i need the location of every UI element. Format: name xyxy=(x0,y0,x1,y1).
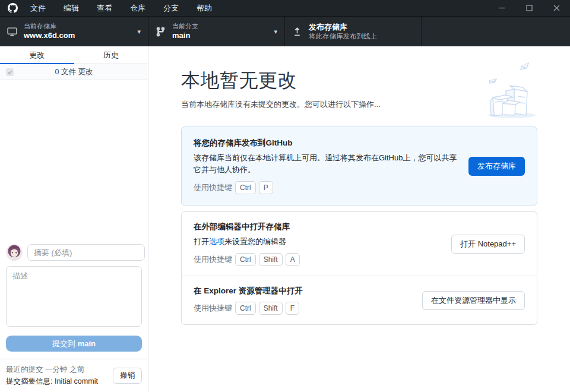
page-title: 本地暂无更改 xyxy=(181,68,537,94)
page-subtitle: 当前本地存储库没有未提交的更改。您可以进行以下操作... xyxy=(181,99,537,110)
menu-file[interactable]: 文件 xyxy=(21,0,55,16)
github-desktop-window: 文件 编辑 查看 仓库 分支 帮助 当前存储库 w xyxy=(0,0,570,392)
kbd-f: F xyxy=(286,302,299,315)
open-explorer-shortcut: 使用快捷键 Ctrl Shift F xyxy=(194,302,411,315)
open-editor-title: 在外部编辑器中打开存储库 xyxy=(194,222,441,232)
changed-files-count: 0 文件 更改 xyxy=(55,67,93,77)
publish-repository-subtitle: 将此存储库发布到线上 xyxy=(309,32,377,40)
undo-commit-button[interactable]: 撤销 xyxy=(113,368,142,384)
kbd-shift: Shift xyxy=(259,302,283,315)
chevron-down-icon: ▾ xyxy=(268,28,277,36)
commit-summary-input[interactable] xyxy=(27,244,145,261)
minimize-icon[interactable] xyxy=(488,0,515,16)
publish-shortcut: 使用快捷键 Ctrl P xyxy=(194,181,458,194)
kbd-ctrl: Ctrl xyxy=(235,181,256,194)
recent-commit-banner: 最近的提交 一分钟 之前 提交摘要信息: Initial commit 撤销 xyxy=(0,359,148,392)
open-notepad-button[interactable]: 打开 Notepad++ xyxy=(451,235,525,254)
kbd-ctrl: Ctrl xyxy=(235,302,256,315)
current-repository-label: 当前存储库 xyxy=(24,23,75,31)
changes-list-empty xyxy=(0,80,148,239)
recent-commit-message: 提交摘要信息: Initial commit xyxy=(6,376,98,387)
publish-card-body: 该存储库当前仅在本地计算机上可用。通过将其发布在GitHub上，您可以共享它并与… xyxy=(194,152,458,176)
show-in-explorer-button[interactable]: 在文件资源管理器中显示 xyxy=(422,291,525,310)
kbd-a: A xyxy=(286,253,300,266)
tab-history[interactable]: 历史 xyxy=(74,46,148,64)
commit-form: 提交到 main xyxy=(0,239,148,359)
kbd-shift: Shift xyxy=(259,253,283,266)
boxes-illustration xyxy=(484,61,539,120)
publish-card: 将您的存储库发布到GitHub 该存储库当前仅在本地计算机上可用。通过将其发布在… xyxy=(181,127,537,206)
commit-description-input[interactable] xyxy=(6,266,142,327)
upload-icon xyxy=(292,27,302,37)
menu-bar: 文件 编辑 查看 仓库 分支 帮助 xyxy=(21,0,221,16)
publish-repository-toolbar-button[interactable]: 发布存储库 将此存储库发布到线上 xyxy=(285,17,422,46)
current-branch-label: 当前分支 xyxy=(172,23,198,31)
publish-repository-button[interactable]: 发布存储库 xyxy=(468,157,525,176)
current-repository-value: www.x6d.com xyxy=(24,31,75,40)
menu-view[interactable]: 查看 xyxy=(88,0,121,16)
toolbar-empty-area xyxy=(422,17,570,46)
monitor-icon xyxy=(7,27,17,37)
tab-changes[interactable]: 更改 xyxy=(0,46,74,64)
no-changes-view: 本地暂无更改 当前本地存储库没有未提交的更改。您可以进行以下操作... 将您的存… xyxy=(148,46,570,392)
open-explorer-title: 在 Explorer 资源管理器中打开 xyxy=(194,286,411,296)
sidebar-tabs: 更改 历史 xyxy=(0,46,148,64)
menu-branch[interactable]: 分支 xyxy=(154,0,188,16)
close-icon[interactable] xyxy=(543,0,570,16)
recent-commit-time: 最近的提交 一分钟 之前 xyxy=(6,364,98,375)
github-logo-icon xyxy=(4,3,21,13)
avatar xyxy=(6,244,23,261)
titlebar: 文件 编辑 查看 仓库 分支 帮助 xyxy=(0,0,570,17)
kbd-ctrl: Ctrl xyxy=(235,253,256,266)
options-link[interactable]: 选项 xyxy=(209,237,224,246)
open-actions-card: 在外部编辑器中打开存储库 打开选项来设置您的编辑器 使用快捷键 Ctrl Shi… xyxy=(181,211,537,325)
toolbar: 当前存储库 www.x6d.com ▾ 当前分支 main ▾ 发布存储库 将此… xyxy=(0,17,570,46)
menu-edit[interactable]: 编辑 xyxy=(55,0,88,16)
current-branch-selector[interactable]: 当前分支 main ▾ xyxy=(148,17,285,46)
chevron-down-icon: ▾ xyxy=(131,28,141,36)
open-editor-shortcut: 使用快捷键 Ctrl Shift A xyxy=(194,253,441,266)
changed-files-summary-row[interactable]: 0 文件 更改 xyxy=(0,64,148,80)
select-all-checkbox[interactable] xyxy=(6,68,14,76)
window-controls xyxy=(488,0,570,16)
sidebar: 更改 历史 0 文件 更改 xyxy=(0,46,148,392)
commit-to-branch-button[interactable]: 提交到 main xyxy=(6,336,142,352)
publish-repository-title: 发布存储库 xyxy=(309,23,377,32)
menu-help[interactable]: 帮助 xyxy=(188,0,221,16)
current-repository-selector[interactable]: 当前存储库 www.x6d.com ▾ xyxy=(0,17,148,46)
publish-card-title: 将您的存储库发布到GitHub xyxy=(194,138,458,148)
maximize-icon[interactable] xyxy=(515,0,543,16)
kbd-p: P xyxy=(259,181,273,194)
git-branch-icon xyxy=(156,27,166,37)
menu-repository[interactable]: 仓库 xyxy=(121,0,154,16)
open-editor-body: 打开选项来设置您的编辑器 xyxy=(194,236,441,248)
current-branch-value: main xyxy=(172,31,198,40)
